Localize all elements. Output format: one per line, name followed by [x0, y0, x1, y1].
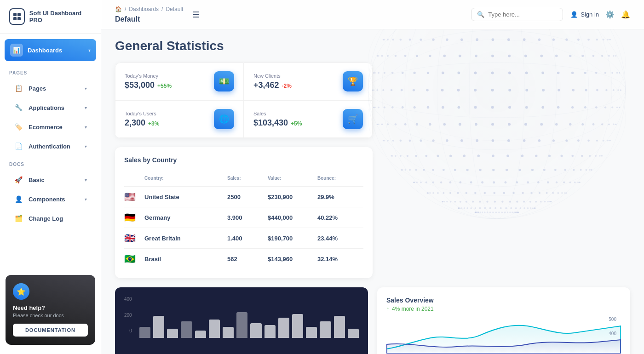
stat-sales-change: +5%: [291, 120, 302, 127]
main-content: 🏠 / Dashboards / Default Default ☰ 🔍 👤 S…: [101, 0, 644, 354]
help-subtitle: Please check our docs: [13, 313, 88, 318]
country-br: Brasil: [144, 256, 224, 263]
breadcrumb-sep1: /: [125, 6, 126, 12]
svg-point-11: [469, 29, 524, 219]
sidebar-item-dashboards[interactable]: 📊 Dashboards ▾: [5, 39, 96, 61]
value-gb: $190,700: [268, 235, 314, 242]
growth-text: 4% more in 2021: [392, 306, 434, 312]
pages-section-label: PAGES: [0, 65, 101, 78]
flag-us: 🇺🇸: [124, 191, 141, 202]
sales-overview-title: Sales Overview: [386, 297, 621, 304]
sidebar-item-applications[interactable]: 🔧 Applications ▾: [5, 98, 96, 117]
col-header-country: Country:: [144, 176, 224, 181]
flag-gb: 🇬🇧: [124, 233, 141, 244]
components-label: Components: [29, 196, 65, 203]
bounce-br: 32.14%: [317, 256, 363, 263]
notification-icon[interactable]: 🔔: [621, 10, 630, 19]
settings-icon[interactable]: ⚙️: [605, 10, 615, 19]
stat-clients-label: New Clients: [253, 73, 292, 79]
stat-users-change: +3%: [148, 120, 159, 127]
country-de: Germany: [144, 214, 224, 221]
breadcrumb-trail: 🏠 / Dashboards / Default: [115, 6, 183, 12]
page-content: General Statistics: [101, 29, 644, 354]
help-title: Need help?: [13, 304, 88, 311]
sidebar-item-authentication[interactable]: 📄 Authentication ▾: [5, 137, 96, 155]
stat-clients-value: +3,462: [253, 80, 279, 90]
sales-country-card: Sales by Country Country: Sales: Value: …: [115, 147, 373, 278]
svg-point-4: [368, 29, 626, 219]
country-table-header: Country: Sales: Value: Bounce:: [124, 171, 363, 187]
bar-0: [139, 327, 150, 338]
sidebar: Soft UI Dashboard PRO 📊 Dashboards ▾ PAG…: [0, 0, 101, 354]
home-icon: 🏠: [115, 6, 122, 12]
sign-in-button[interactable]: 👤 Sign in: [570, 11, 599, 18]
so-y-500: 500: [609, 317, 616, 322]
dashboards-icon: 📊: [10, 44, 23, 57]
breadcrumb: 🏠 / Dashboards / Default Default: [115, 6, 183, 23]
pages-label: Pages: [29, 85, 46, 92]
value-us: $230,900: [268, 194, 314, 200]
sign-in-label: Sign in: [581, 11, 599, 18]
stat-money-label: Today's Money: [125, 73, 172, 79]
stat-money-change: +55%: [157, 83, 172, 89]
svg-rect-2: [13, 17, 17, 20]
sales-de: 3.900: [227, 214, 264, 221]
search-box[interactable]: 🔍: [471, 8, 563, 21]
breadcrumb-dashboards[interactable]: Dashboards: [129, 6, 159, 12]
svg-rect-3: [17, 17, 21, 20]
sidebar-item-ecommerce[interactable]: 🏷️ Ecommerce ▾: [5, 118, 96, 136]
sales-br: 562: [227, 256, 264, 263]
svg-rect-0: [13, 13, 17, 16]
page-title: General Statistics: [115, 39, 630, 53]
so-y-400: 400: [609, 331, 616, 336]
stat-users-value: 2,300: [125, 118, 145, 128]
y-label-200: 200: [124, 313, 132, 318]
svg-point-5: [368, 29, 626, 219]
header-actions: 👤 Sign in ⚙️ 🔔: [570, 10, 630, 19]
authentication-label: Authentication: [29, 143, 70, 150]
breadcrumb-sep2: /: [161, 6, 163, 12]
stat-card-users: Today's Users 2,300 +3% 🌐: [115, 100, 244, 138]
bar-14: [334, 316, 345, 338]
stat-sales-value: $103,430: [253, 118, 288, 128]
ecommerce-label: Ecommerce: [29, 124, 63, 131]
authentication-icon: 📄: [14, 142, 23, 151]
stat-money-icon: 💵: [214, 71, 234, 91]
stat-sales-label: Sales: [253, 111, 302, 116]
bar-1: [153, 316, 164, 338]
country-row-de: 🇩🇪 Germany 3.900 $440,000 40.22%: [124, 207, 363, 228]
svg-rect-1: [17, 13, 21, 16]
bar-12: [306, 327, 317, 338]
authentication-chevron-icon: ▾: [85, 144, 87, 149]
sidebar-item-pages[interactable]: 📋 Pages ▾: [5, 79, 96, 97]
documentation-button[interactable]: DOCUMENTATION: [13, 324, 88, 337]
country-row-gb: 🇬🇧 Great Britain 1.400 $190,700 23.44%: [124, 228, 363, 249]
value-de: $440,000: [268, 214, 314, 221]
stats-grid: Today's Money $53,000 +55% 💵 New Clients…: [115, 63, 373, 138]
page-title-breadcrumb: Default: [115, 15, 140, 23]
bar-13: [320, 321, 331, 338]
stat-clients-icon: 🏆: [343, 71, 363, 91]
bar-10: [278, 318, 289, 338]
hamburger-icon[interactable]: ☰: [192, 10, 200, 20]
bar-8: [250, 323, 261, 338]
stat-money-value: $53,000: [125, 80, 155, 90]
value-br: $143,960: [268, 256, 314, 263]
sidebar-item-components[interactable]: 👤 Components ▾: [5, 190, 96, 208]
bar-6: [223, 327, 234, 338]
col-header-bounce: Bounce:: [317, 176, 363, 181]
sidebar-item-changelog[interactable]: 🗂️ Change Log: [5, 209, 96, 228]
header: 🏠 / Dashboards / Default Default ☰ 🔍 👤 S…: [101, 0, 644, 29]
globe-background: [359, 29, 644, 237]
sales-overview-card: Sales Overview ↑ 4% more in 2021: [377, 287, 630, 354]
sidebar-item-basic[interactable]: 🚀 Basic ▾: [5, 171, 96, 189]
bar-chart: [139, 301, 359, 338]
search-input[interactable]: [488, 11, 557, 18]
bar-9: [264, 325, 276, 338]
bar-15: [348, 329, 359, 338]
user-icon: 👤: [570, 11, 578, 18]
growth-arrow-icon: ↑: [386, 306, 389, 312]
bar-chart-card: 400 200 0: [115, 287, 368, 354]
bar-3: [181, 321, 192, 338]
app-logo: Soft UI Dashboard PRO: [0, 0, 101, 34]
